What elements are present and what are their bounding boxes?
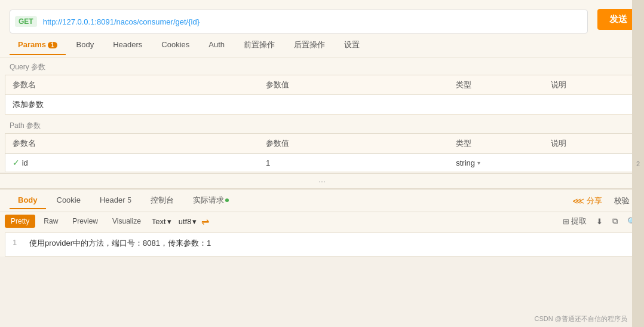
query-section-label: Query 参数 [5,57,639,75]
param-type: string [456,158,475,167]
chevron-down-icon[interactable]: ▾ [477,160,480,166]
verify-button[interactable]: 校验 [609,193,634,209]
param-name[interactable]: id [22,158,28,167]
copy-button[interactable]: ⧉ [610,215,620,227]
query-col-name: 参数名 [5,75,259,95]
response-text: 使用provider中的方法，端口号：8081，传来参数：1 [29,238,211,249]
chevron-down-icon: ▾ [167,217,171,226]
extract-icon: ⊞ [563,217,569,226]
text-format-dropdown[interactable]: Text ▾ [149,216,174,227]
bottom-panel: Body Cookie Header 5 控制台 实际请求 ⋘ 分享 校验 Pr… [0,188,644,256]
extract-button[interactable]: ⊞ 提取 [560,215,589,228]
tab-headers[interactable]: Headers [105,35,151,55]
watermark: CSDN @普通还不自信的程序员 [535,314,627,323]
bottom-tabs: Body Cookie Header 5 控制台 实际请求 ⋘ 分享 校验 [0,190,644,212]
row-check-cell[interactable]: ✓ id [5,154,259,172]
query-col-value: 参数值 [259,75,449,95]
response-tools: ⊞ 提取 ⬇ ⧉ 🔍 [560,215,639,228]
params-badge: 1 [48,42,57,48]
tab-response-body[interactable]: Body [10,192,46,209]
query-param-table: 参数名 参数值 类型 说明 添加参数 [5,75,639,115]
param-type-cell[interactable]: string ▾ [449,154,544,172]
param-value-cell[interactable]: 1 [259,154,449,172]
path-col-name: 参数名 [5,134,259,154]
resp-tab-visualize[interactable]: Visualize [106,215,147,228]
download-icon: ⬇ [596,217,603,226]
path-col-type: 类型 [449,134,544,154]
resp-tab-pretty[interactable]: Pretty [5,215,35,228]
table-row: ✓ id 1 string ▾ [5,154,639,172]
download-button[interactable]: ⬇ [594,216,605,227]
resp-tab-preview[interactable]: Preview [66,215,104,228]
url-input: http://127.0.0.1:8091/nacos/consumer/get… [43,17,582,26]
add-param-placeholder[interactable]: 添加参数 [5,95,639,115]
path-section-label: Path 参数 [5,116,639,133]
tab-post-script[interactable]: 后置操作 [286,35,333,56]
header-count-badge: 5 [127,196,131,204]
tab-settings[interactable]: 设置 [336,35,368,56]
wrap-icon[interactable]: ⇌ [201,216,209,227]
tab-actual-request[interactable]: 实际请求 [185,191,237,210]
copy-icon: ⧉ [612,216,618,226]
tab-response-cookie[interactable]: Cookie [48,192,89,209]
path-col-value: 参数值 [259,134,449,154]
tab-pre-script[interactable]: 前置操作 [235,35,283,56]
response-content: 1 使用provider中的方法，端口号：8081，传来参数：1 [5,233,639,256]
tab-cookies[interactable]: Cookies [153,35,198,55]
top-tabs: Params1 Body Headers Cookies Auth 前置操作 后… [0,33,644,57]
share-button[interactable]: ⋘ 分享 [568,193,607,209]
resp-tab-raw[interactable]: Raw [38,215,64,228]
actual-request-dot [225,198,229,202]
tab-console[interactable]: 控制台 [142,191,182,210]
add-param-row[interactable]: 添加参数 [5,95,639,115]
response-toolbar: Pretty Raw Preview Visualize Text ▾ utf8… [0,212,644,230]
path-col-desc: 说明 [544,134,639,154]
chevron-down-icon: ▾ [192,217,197,226]
path-param-table: 参数名 参数值 类型 说明 ✓ id 1 string ▾ [5,133,639,172]
line-number: 1 [13,238,22,247]
right-edge-panel: 2 [632,0,644,327]
encoding-dropdown[interactable]: utf8 ▾ [176,216,200,227]
check-icon: ✓ [13,158,20,167]
tab-auth[interactable]: Auth [200,35,233,55]
method-badge: GET [15,16,37,27]
ellipsis-divider: ··· [0,173,644,188]
tab-params[interactable]: Params1 [10,35,66,55]
response-line: 1 使用provider中的方法，端口号：8081，传来参数：1 [13,238,631,249]
tab-body[interactable]: Body [68,35,103,55]
query-col-type: 类型 [449,75,544,95]
share-icon: ⋘ [572,196,584,206]
param-desc-cell[interactable] [544,154,639,172]
query-col-desc: 说明 [544,75,639,95]
tab-response-header[interactable]: Header 5 [91,192,140,209]
